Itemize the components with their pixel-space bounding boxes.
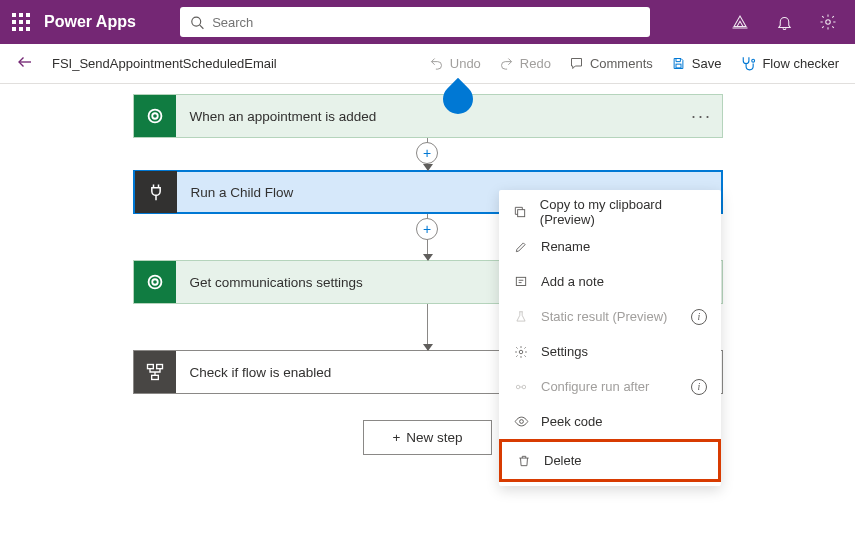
plus-icon: + — [392, 430, 400, 445]
stethoscope-icon — [739, 55, 756, 72]
menu-copy[interactable]: Copy to my clipboard (Preview) — [499, 194, 721, 229]
comment-icon — [569, 56, 584, 71]
svg-rect-9 — [156, 365, 162, 369]
back-button[interactable] — [16, 53, 34, 74]
search-input[interactable] — [212, 15, 640, 30]
save-button[interactable]: Save — [671, 56, 722, 71]
svg-point-13 — [519, 350, 523, 354]
menu-settings[interactable]: Settings — [499, 334, 721, 369]
connector: i + — [0, 214, 855, 260]
menu-configure-run-after: Configure run after i — [499, 369, 721, 404]
flask-icon — [513, 310, 529, 324]
info-icon[interactable]: i — [691, 309, 707, 325]
settings-icon[interactable] — [813, 7, 843, 37]
eye-icon — [513, 414, 529, 429]
connector — [0, 304, 855, 350]
plug-icon — [135, 171, 177, 213]
redo-button[interactable]: Redo — [499, 56, 551, 71]
svg-rect-8 — [147, 365, 153, 369]
environment-icon[interactable] — [725, 7, 755, 37]
app-launcher-icon[interactable] — [12, 13, 30, 31]
menu-rename[interactable]: Rename — [499, 229, 721, 264]
copy-icon — [513, 205, 528, 219]
notifications-icon[interactable] — [769, 7, 799, 37]
svg-point-0 — [192, 17, 201, 26]
menu-delete[interactable]: Delete — [502, 443, 718, 478]
svg-point-15 — [522, 385, 526, 389]
delete-highlight: Delete — [499, 439, 721, 482]
note-icon — [513, 275, 529, 289]
app-title: Power Apps — [44, 13, 136, 31]
svg-point-14 — [516, 385, 520, 389]
menu-add-note[interactable]: Add a note — [499, 264, 721, 299]
link-icon — [513, 380, 529, 394]
undo-icon — [429, 56, 444, 71]
menu-peek-code[interactable]: Peek code — [499, 404, 721, 439]
condition-icon — [134, 351, 176, 393]
svg-rect-10 — [151, 375, 158, 379]
gear-icon — [513, 345, 529, 359]
save-icon — [671, 56, 686, 71]
undo-button[interactable]: Undo — [429, 56, 481, 71]
svg-rect-12 — [516, 277, 525, 285]
flow-checker-button[interactable]: Flow checker — [739, 55, 839, 72]
search-box[interactable] — [180, 7, 650, 37]
dataverse-icon — [134, 95, 176, 137]
svg-point-3 — [826, 20, 831, 25]
add-step-button[interactable]: + — [416, 218, 438, 240]
step-title: When an appointment is added — [176, 109, 682, 124]
svg-rect-5 — [676, 64, 681, 68]
svg-point-17 — [519, 420, 523, 424]
search-icon — [190, 15, 204, 30]
svg-point-6 — [752, 59, 755, 62]
svg-line-1 — [200, 25, 204, 29]
pencil-icon — [513, 240, 529, 254]
dataverse-icon — [134, 261, 176, 303]
info-icon[interactable]: i — [691, 379, 707, 395]
command-bar: FSI_SendAppointmentScheduledEmail Undo R… — [0, 44, 855, 84]
step-when-appointment-added[interactable]: When an appointment is added ··· — [133, 94, 723, 138]
flow-canvas: When an appointment is added ··· + Run a… — [0, 84, 855, 540]
add-step-button[interactable]: + — [416, 142, 438, 164]
global-header: Power Apps — [0, 0, 855, 44]
svg-rect-11 — [518, 209, 525, 216]
redo-icon — [499, 56, 514, 71]
connector: + — [0, 138, 855, 170]
comments-button[interactable]: Comments — [569, 56, 653, 71]
new-step-button[interactable]: + New step — [363, 420, 491, 455]
flow-name: FSI_SendAppointmentScheduledEmail — [52, 56, 277, 71]
menu-static-result: Static result (Preview) i — [499, 299, 721, 334]
step-context-menu: Copy to my clipboard (Preview) Rename Ad… — [499, 190, 721, 486]
step-more-button[interactable]: ··· — [682, 106, 722, 127]
trash-icon — [516, 454, 532, 468]
